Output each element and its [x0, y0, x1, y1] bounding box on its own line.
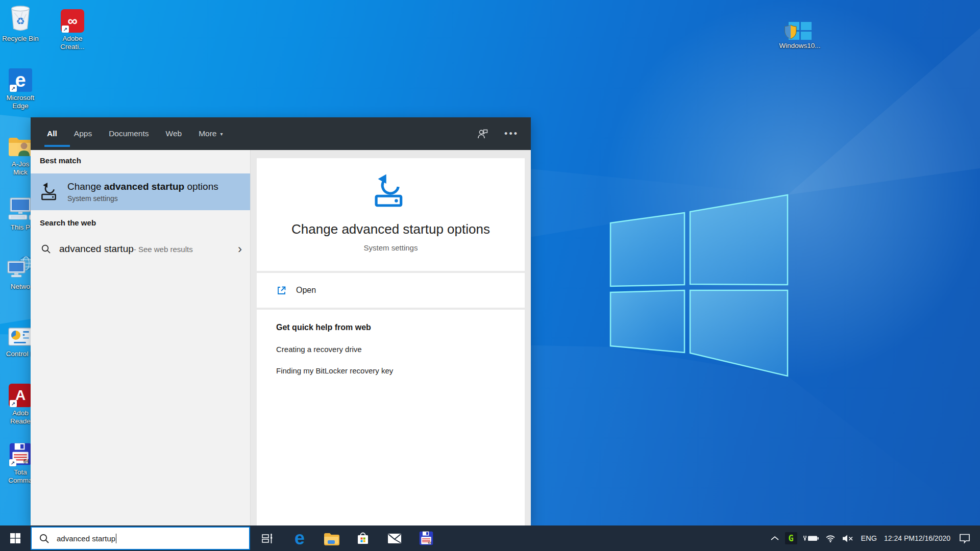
best-match-header: Best match [31, 150, 250, 169]
more-options-button[interactable]: ••• [504, 129, 519, 139]
system-tray: G [765, 532, 980, 544]
tab-apps[interactable]: Apps [74, 117, 92, 150]
recycle-bin-icon: ♻ [9, 3, 32, 33]
chevron-down-icon: ▾ [220, 131, 223, 137]
tray-time: 12:24 PM [884, 534, 915, 543]
windows10-upgrade-icon [789, 4, 812, 40]
quick-help-card: Get quick help from web Creating a recov… [257, 310, 525, 525]
web-query-suffix: - See web results [134, 245, 193, 254]
network-icon [7, 251, 34, 281]
web-search-result[interactable]: advanced startup - See web results › [31, 237, 250, 261]
total-commander-icon: 64 [419, 531, 434, 546]
search-tab-bar: All Apps Documents Web More ▾ ••• [31, 117, 531, 150]
tab-web[interactable]: Web [166, 117, 182, 150]
tray-greenshot-button[interactable]: G [785, 532, 797, 544]
this-pc-icon [7, 192, 34, 221]
ellipsis-icon: ••• [504, 129, 519, 139]
help-link-bitlocker-key[interactable]: Finding my BitLocker recovery key [276, 366, 525, 375]
edge-icon: e [295, 529, 305, 547]
taskbar: advanced startup e [0, 525, 980, 551]
detail-title: Change advanced startup options [291, 221, 490, 237]
search-icon [41, 244, 51, 254]
tray-date: 12/16/2020 [915, 534, 950, 543]
desktop-icon-recycle-bin[interactable]: ♻ Recycle Bin [1, 3, 40, 43]
tray-language-indicator[interactable]: ENG [861, 534, 877, 542]
desktop-icon-label: Windows10... [779, 42, 820, 50]
adobe-creative-cloud-icon: ∞ ↗ [61, 3, 84, 33]
web-query-text: advanced startup [59, 243, 134, 255]
taskbar-search-input[interactable]: advanced startup [31, 527, 250, 550]
action-center-icon [959, 533, 971, 544]
user-folder-icon [7, 129, 34, 158]
adobe-reader-icon: A ↗ [9, 378, 32, 407]
search-flyout-panel: All Apps Documents Web More ▾ ••• [31, 117, 531, 525]
tray-volume-button[interactable] [842, 534, 854, 543]
desktop-icon-label: Recycle Bin [2, 35, 38, 43]
chevron-right-icon[interactable]: › [238, 244, 242, 254]
desktop-icon-label: TotaComma [8, 468, 32, 485]
search-input-value: advanced startup [57, 534, 115, 543]
mail-icon [386, 531, 403, 546]
tray-show-hidden-icons-button[interactable] [770, 535, 779, 541]
best-match-subtitle: System settings [67, 194, 218, 203]
desktop-icon-label: AdobReade [10, 409, 31, 425]
active-tab-indicator [44, 145, 70, 147]
shortcut-arrow-icon: ↗ [62, 26, 69, 33]
search-icon [39, 533, 50, 544]
help-link-recovery-drive[interactable]: Creating a recovery drive [276, 345, 525, 354]
greenshot-icon: G [788, 533, 793, 543]
total-commander-icon: 64 ↗ [8, 437, 33, 466]
feedback-button[interactable] [477, 128, 489, 140]
open-action-label: Open [296, 286, 316, 295]
svg-text:♻: ♻ [16, 16, 24, 27]
tab-documents[interactable]: Documents [109, 117, 149, 150]
tab-all[interactable]: All [47, 117, 57, 150]
desktop-icon-label: AdobeCreati... [60, 35, 84, 51]
taskbar-total-commander-button[interactable]: 64 [410, 525, 442, 551]
taskbar-mail-button[interactable] [379, 525, 410, 551]
feedback-person-icon [477, 128, 489, 140]
start-button[interactable] [0, 525, 31, 551]
control-panel-icon [8, 318, 33, 348]
desktop-icon-label: MicrosoftEdge [7, 94, 35, 110]
shortcut-arrow-icon: ↗ [9, 459, 16, 466]
taskbar-edge-button[interactable]: e [284, 525, 315, 551]
action-center-button[interactable] [959, 533, 971, 544]
taskbar-file-explorer-button[interactable] [315, 525, 347, 551]
advanced-startup-large-icon [371, 172, 411, 210]
open-external-icon [276, 285, 287, 296]
best-match-result[interactable]: Change advanced startup options System s… [31, 173, 250, 210]
speaker-muted-icon [842, 534, 854, 543]
tray-battery-button[interactable] [803, 534, 819, 542]
tray-network-button[interactable] [825, 534, 836, 543]
tab-more[interactable]: More ▾ [199, 117, 223, 150]
open-action-row[interactable]: Open [257, 273, 525, 308]
chevron-up-icon [770, 535, 779, 541]
task-view-icon [260, 531, 276, 546]
search-results-list: Best match Change advanced startup optio… [31, 150, 250, 525]
windows-desktop: ♻ Recycle Bin ∞ ↗ AdobeCreati... e ↗ Mic… [0, 0, 980, 551]
task-view-button[interactable] [252, 525, 284, 551]
desktop-icon-microsoft-edge[interactable]: e ↗ MicrosoftEdge [1, 62, 40, 110]
advanced-startup-icon [40, 182, 60, 202]
detail-subtitle: System settings [364, 243, 418, 252]
search-the-web-header: Search the web [31, 210, 250, 232]
desktop-icon-label: This P [11, 223, 30, 232]
desktop-icon-adobe-creative-cloud[interactable]: ∞ ↗ AdobeCreati... [53, 3, 92, 51]
tray-clock[interactable]: 12:24 PM 12/16/2020 [884, 534, 950, 543]
svg-text:64: 64 [428, 541, 432, 544]
wifi-icon [825, 534, 836, 543]
microsoft-edge-icon: e ↗ [9, 62, 32, 92]
result-detail-card: Change advanced startup options System s… [257, 158, 525, 271]
shortcut-arrow-icon: ↗ [10, 400, 17, 407]
shortcut-arrow-icon: ↗ [10, 85, 17, 92]
quick-help-header: Get quick help from web [276, 323, 525, 332]
desktop-icon-windows10-upgrade[interactable]: Windows10... [762, 4, 838, 50]
taskbar-store-button[interactable] [347, 525, 379, 551]
windows-start-icon [10, 533, 21, 544]
battery-charging-icon [803, 534, 819, 542]
desktop-icon-label: Netwo [11, 283, 30, 291]
svg-text:64: 64 [23, 459, 30, 464]
search-detail-pane: Change advanced startup options System s… [250, 150, 531, 525]
desktop-icon-label: A-JosMick [12, 160, 30, 177]
